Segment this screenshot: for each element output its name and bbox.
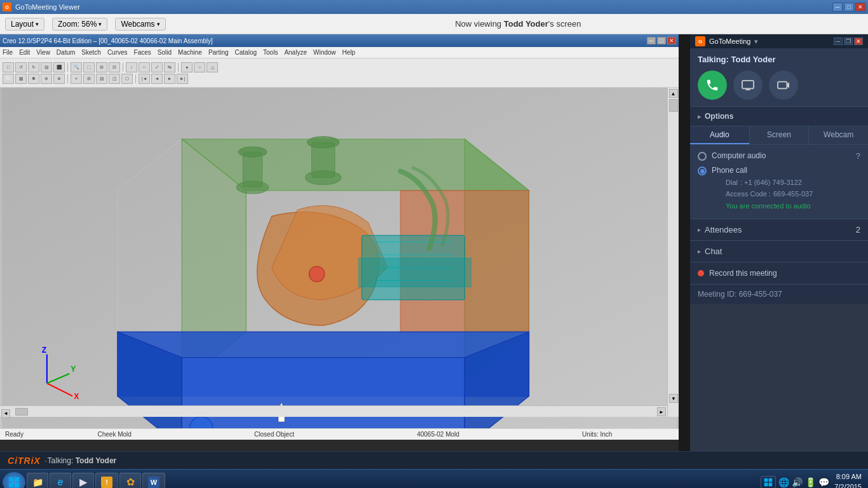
taskbar-item-act[interactable]: ! — [95, 473, 118, 489]
cad-scrollbar-horizontal[interactable]: ◄ ► — [0, 405, 667, 417]
cad-tool-22[interactable]: ▦ — [15, 74, 27, 84]
battery-icon[interactable]: 🔋 — [805, 477, 816, 487]
start-button[interactable] — [3, 472, 25, 489]
cad-tool-9[interactable]: ⊟ — [109, 62, 120, 72]
cad-tool-29[interactable]: ◫ — [109, 74, 120, 84]
svg-rect-38 — [778, 82, 787, 89]
cad-tool-1[interactable]: □ — [3, 62, 14, 72]
cad-menu-parting[interactable]: Parting — [208, 49, 229, 56]
gtm-screen-button[interactable] — [733, 71, 763, 100]
cad-tool-33[interactable]: ► — [164, 74, 175, 84]
cad-tool-12[interactable]: ⤢ — [151, 62, 163, 72]
cad-menu-sketch[interactable]: Sketch — [81, 49, 101, 56]
close-button[interactable]: ✕ — [855, 3, 865, 11]
computer-audio-option[interactable]: Computer audio — [698, 151, 856, 161]
layout-label: Layout — [11, 20, 34, 29]
gtm-attendees-section[interactable]: ▸ Attendees 2 — [690, 219, 868, 241]
cad-scrollbar-vertical[interactable]: ▲ ▼ — [667, 88, 679, 417]
computer-audio-radio[interactable] — [698, 152, 707, 161]
cad-menu-help[interactable]: Help — [342, 49, 356, 56]
svg-rect-35 — [742, 81, 754, 89]
gtm-options-header[interactable]: ▸ Options — [690, 107, 868, 126]
gtm-close-btn[interactable]: ✕ — [854, 37, 863, 45]
cad-tool-25[interactable]: ⊗ — [53, 74, 65, 84]
systray-win10[interactable] — [761, 476, 776, 489]
gtm-phone-button[interactable] — [698, 71, 727, 100]
webcams-button[interactable]: Webcams ▾ — [115, 18, 165, 30]
cad-tool-26[interactable]: ⌖ — [71, 74, 82, 84]
cad-tool-31[interactable]: |◄ — [139, 74, 150, 84]
volume-icon[interactable]: 🔊 — [792, 477, 803, 487]
chat-notify-icon[interactable]: 💬 — [818, 477, 829, 487]
cad-tool-34[interactable]: ►| — [177, 74, 188, 84]
cad-tool-6[interactable]: 🔍 — [71, 62, 82, 72]
cad-tool-15[interactable]: ○ — [194, 62, 205, 72]
act-icon: ! — [101, 477, 112, 488]
zoom-label: Zoom: 56% — [58, 20, 97, 29]
cad-tool-16[interactable]: △ — [207, 62, 218, 72]
cad-tool-23[interactable]: ✱ — [28, 74, 39, 84]
phone-call-option[interactable]: Phone call Dial : +1 (646) 749-3122 Acce… — [698, 166, 856, 212]
system-time[interactable]: 8:09 AM 7/2/2015 — [834, 472, 862, 488]
cad-min-btn[interactable]: ─ — [647, 37, 656, 44]
minimize-button[interactable]: ─ — [832, 3, 843, 11]
gtm-minimize-btn[interactable]: ─ — [834, 37, 843, 45]
taskbar-item-explorer[interactable]: 📁 — [27, 473, 48, 489]
cad-tool-8[interactable]: ⊞ — [96, 62, 107, 72]
cad-menu-faces[interactable]: Faces — [134, 49, 151, 56]
gtm-camera-button[interactable] — [769, 71, 798, 100]
cad-tool-32[interactable]: ◄ — [151, 74, 163, 84]
cad-viewport[interactable]: Z X Y + ▲ ▼ — [0, 88, 679, 428]
cad-tool-3[interactable]: ↻ — [28, 62, 39, 72]
cad-tool-4[interactable]: ▤ — [41, 62, 52, 72]
taskbar-item-6petals[interactable]: ✿ — [119, 473, 141, 489]
gtm-chat-section[interactable]: ▸ Chat — [690, 241, 868, 262]
cad-close-btn[interactable]: ✕ — [667, 37, 676, 44]
cad-menu-solid[interactable]: Solid — [158, 49, 172, 56]
3d-model-area[interactable]: Z X Y + — [0, 88, 679, 428]
tab-screen[interactable]: Screen — [750, 126, 809, 144]
zoom-button[interactable]: Zoom: 56% ▾ — [52, 18, 107, 30]
gtm-restore-btn[interactable]: ❐ — [844, 37, 853, 45]
cad-menu-window[interactable]: Window — [313, 49, 336, 56]
cad-menu-catalog[interactable]: Catalog — [235, 49, 257, 56]
taskbar-item-media[interactable]: ▶ — [72, 473, 94, 489]
network-icon[interactable]: 🌐 — [778, 477, 789, 487]
gtm-logo: G — [695, 36, 705, 46]
cad-menu-datum[interactable]: Datum — [57, 49, 75, 56]
cad-menu-edit[interactable]: Edit — [19, 49, 30, 56]
help-icon[interactable]: ? — [856, 151, 860, 161]
cad-tool-5[interactable]: ⬛ — [53, 62, 65, 72]
cad-menu-file[interactable]: File — [3, 49, 13, 56]
cad-tool-27[interactable]: ⊞ — [83, 74, 95, 84]
cad-tool-2[interactable]: ↺ — [15, 62, 27, 72]
cad-tool-13[interactable]: ↹ — [164, 62, 175, 72]
app-icon: G — [3, 3, 11, 11]
maximize-button[interactable]: □ — [844, 3, 854, 11]
cad-menu-view[interactable]: View — [36, 49, 50, 56]
cad-tool-14[interactable]: ● — [181, 62, 193, 72]
cad-tool-24[interactable]: ⊕ — [41, 74, 52, 84]
time-display: 8:09 AM — [834, 472, 862, 482]
viewer-scrollbar[interactable] — [679, 34, 690, 451]
cad-status-4: Units: Inch — [582, 431, 612, 438]
cad-tool-7[interactable]: ⬚ — [83, 62, 95, 72]
cad-menu-machine[interactable]: Machine — [178, 49, 202, 56]
phone-call-radio[interactable] — [698, 166, 707, 175]
cad-max-btn[interactable]: □ — [657, 37, 666, 44]
gtm-record-section[interactable]: Record this meeting — [690, 262, 868, 285]
gtm-dropdown-arrow[interactable]: ▾ — [754, 37, 758, 46]
cad-tool-11[interactable]: ↔ — [139, 62, 150, 72]
cad-tool-30[interactable]: ⬡ — [121, 74, 133, 84]
layout-button[interactable]: Layout ▾ — [5, 18, 44, 30]
cad-tool-28[interactable]: ▤ — [96, 74, 107, 84]
cad-menu-analyze[interactable]: Analyze — [284, 49, 307, 56]
cad-menu-curves[interactable]: Curves — [107, 49, 128, 56]
cad-tool-10[interactable]: ↕ — [126, 62, 137, 72]
taskbar-item-word[interactable]: W — [142, 473, 165, 489]
tab-webcam[interactable]: Webcam — [809, 126, 868, 144]
cad-menu-tools[interactable]: Tools — [263, 49, 278, 56]
taskbar-item-ie[interactable]: e — [50, 473, 71, 489]
cad-tool-21[interactable]: ⬜ — [3, 74, 14, 84]
tab-audio[interactable]: Audio — [690, 126, 749, 144]
